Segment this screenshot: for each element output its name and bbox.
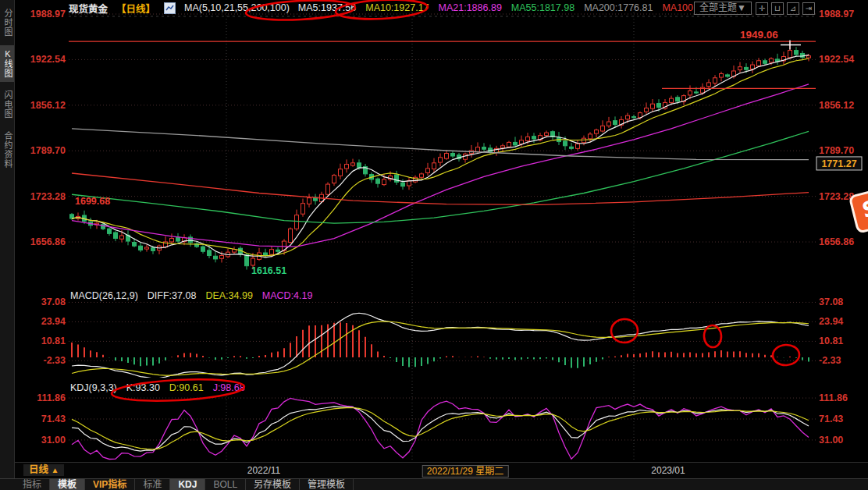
kdj-header: KDJ(9,3,3) K:93.30 D:90.61 J:98.68: [70, 382, 245, 393]
period-text: 日线: [29, 464, 48, 475]
ma-value-6: MA100: [662, 2, 693, 13]
ma-value-4: MA55:1817.98: [511, 2, 575, 13]
sidebar-item-3[interactable]: 闪电图: [0, 87, 14, 123]
tab-1[interactable]: 指标: [15, 479, 50, 490]
svg-text:37.08: 37.08: [819, 296, 843, 307]
date-label-2: 2022/11/29 星期二: [422, 465, 509, 478]
svg-text:1789.70: 1789.70: [30, 145, 66, 156]
svg-text:1856.12: 1856.12: [30, 100, 66, 111]
date-label-3: 2023/01: [651, 465, 685, 476]
sidebar: 分时图K线图闪电图合约资料: [0, 0, 15, 478]
kdj-d-value: D:90.61: [169, 382, 204, 393]
svg-text:1988.97: 1988.97: [819, 9, 854, 20]
svg-text:1723.28: 1723.28: [30, 191, 66, 202]
svg-text:23.94: 23.94: [41, 316, 66, 327]
trading-app: 1988.971988.971922.541922.541856.121856.…: [0, 0, 868, 490]
ma-value-1: MA5:1937.56: [298, 2, 356, 13]
svg-text:-2.33: -2.33: [819, 355, 841, 366]
toolbar: 全部主题▼ ✛⊔⊿⇥: [694, 2, 815, 15]
svg-text:1856.12: 1856.12: [819, 100, 854, 111]
axis-arrow-icon[interactable]: ⊿: [787, 2, 799, 15]
tab-2[interactable]: 模板: [50, 479, 85, 490]
axis-scale-icon[interactable]: ⊔: [771, 2, 784, 15]
svg-text:1988.97: 1988.97: [30, 9, 66, 20]
macd-macd-value: MACD:4.19: [262, 290, 313, 301]
ma-values: MA5:1937.56MA10:1927.17MA21:1886.89MA55:…: [298, 2, 693, 13]
svg-text:10.81: 10.81: [41, 336, 66, 346]
macd-diff-value: DIFF:37.08: [148, 290, 197, 301]
sidebar-item-1[interactable]: 分时图: [0, 5, 14, 41]
period-label: 【日线】: [116, 1, 155, 16]
triangle-up-icon: ▲: [52, 466, 59, 474]
tab-8[interactable]: 管理模板: [300, 479, 354, 490]
ma-value-3: MA21:1886.89: [439, 2, 502, 13]
date-axis: 日线 ▲ 2022/112022/11/29 星期二2023/01: [14, 462, 868, 478]
sidebar-item-2[interactable]: K线图: [0, 45, 14, 82]
indicator-icon[interactable]: [164, 2, 176, 14]
pane-export-icon[interactable]: ⇥: [802, 2, 815, 15]
svg-text:1922.54: 1922.54: [819, 54, 854, 65]
svg-text:-2.33: -2.33: [44, 355, 66, 366]
chart-header: 现货黄金 【日线】 MA(5,10,21,55,200,100) MA5:193…: [69, 1, 693, 15]
symbol-name: 现货黄金: [69, 1, 108, 16]
period-selector[interactable]: 日线 ▲: [23, 464, 64, 476]
bottom-tabbar: 指标模板VIP指标标准KDJBOLL另存模板管理模板: [0, 478, 868, 490]
macd-dea-value: DEA:34.99: [205, 290, 252, 301]
svg-text:31.00: 31.00: [819, 435, 843, 446]
tab-5[interactable]: KDJ: [170, 479, 205, 490]
macd-title: MACD(26,12,9): [70, 290, 138, 301]
macd-header: MACD(26,12,9) DIFF:37.08 DEA:34.99 MACD:…: [70, 290, 312, 301]
sidebar-item-4[interactable]: 合约资料: [0, 127, 14, 172]
svg-text:111.86: 111.86: [819, 392, 848, 403]
svg-text:10.81: 10.81: [819, 336, 843, 346]
date-label-1: 2022/11: [247, 465, 281, 476]
tab-6[interactable]: BOLL: [205, 479, 246, 490]
svg-text:37.08: 37.08: [41, 296, 66, 307]
chart-canvas[interactable]: 1988.971988.971922.541922.541856.121856.…: [0, 0, 868, 490]
crosshair-icon[interactable]: ✛: [756, 2, 768, 15]
ma-params-label: MA(5,10,21,55,200,100): [184, 2, 290, 13]
svg-text:71.43: 71.43: [41, 414, 66, 424]
theme-dropdown[interactable]: 全部主题▼: [694, 2, 752, 15]
svg-text:71.43: 71.43: [819, 414, 843, 424]
svg-text:1656.86: 1656.86: [30, 236, 66, 247]
tab-3[interactable]: VIP指标: [85, 479, 135, 490]
tool-icon-group: ✛⊔⊿⇥: [756, 2, 815, 15]
kdj-k-value: K:93.30: [126, 382, 160, 393]
kdj-j-value: J:98.68: [213, 382, 245, 393]
svg-text:1789.70: 1789.70: [819, 145, 854, 156]
svg-text:31.00: 31.00: [41, 435, 66, 446]
tab-7[interactable]: 另存模板: [246, 479, 300, 490]
tab-4[interactable]: 标准: [135, 479, 170, 490]
kdj-title: KDJ(9,3,3): [70, 382, 117, 393]
ma-value-2: MA10:1927.17: [365, 2, 429, 13]
ma-value-5: MA200:1776.81: [584, 2, 653, 13]
svg-text:111.86: 111.86: [37, 392, 66, 403]
svg-text:1922.54: 1922.54: [30, 54, 66, 65]
svg-text:1656.86: 1656.86: [819, 236, 854, 247]
svg-text:23.94: 23.94: [819, 316, 843, 327]
